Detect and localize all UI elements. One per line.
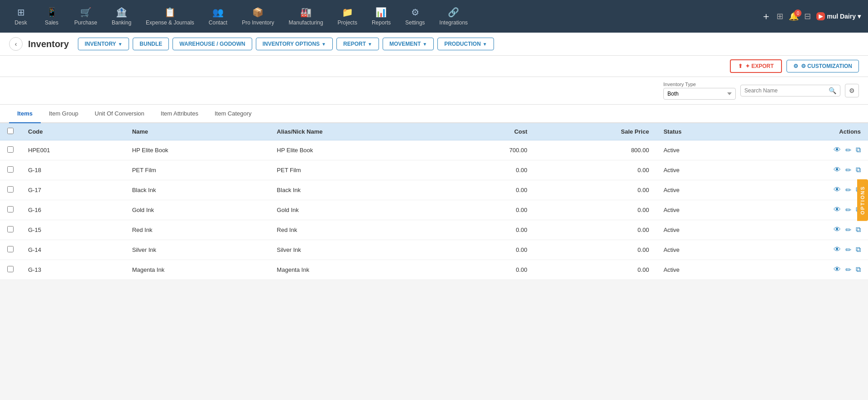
nav-purchase[interactable]: 🛒 Purchase	[69, 4, 103, 29]
report-button[interactable]: REPORT ▼	[336, 38, 379, 50]
top-navigation: ⊞ Desk 📱 Sales 🛒 Purchase 🏦 Banking 📋 Ex…	[0, 0, 868, 33]
row-checkbox-cell	[0, 160, 21, 180]
row-checkbox[interactable]	[7, 206, 14, 212]
tab-item-category[interactable]: Item Category	[206, 105, 260, 123]
edit-icon[interactable]: ✏	[845, 246, 851, 254]
production-button[interactable]: PRODUCTION ▼	[437, 38, 494, 50]
edit-icon[interactable]: ✏	[845, 186, 851, 194]
row-actions: 👁 ✏ ⧉	[749, 200, 868, 220]
page-title: Inventory	[28, 39, 69, 49]
row-checkbox[interactable]	[7, 186, 14, 193]
search-input[interactable]	[744, 87, 826, 94]
nav-reports[interactable]: 📊 Reports	[366, 4, 396, 29]
header-status: Status	[656, 123, 749, 140]
row-code: G-13	[21, 260, 125, 280]
row-checkbox[interactable]	[7, 166, 14, 173]
row-code: G-18	[21, 160, 125, 180]
view-icon[interactable]: 👁	[834, 186, 841, 194]
notification-button[interactable]: 🔔 0	[789, 11, 799, 21]
secondary-header: ⬆ ✦ EXPORT ⚙ ⚙ CUSTOMIZATION	[0, 56, 868, 77]
nav-settings[interactable]: ⚙ Settings	[400, 4, 430, 29]
search-button[interactable]: 🔍	[829, 87, 836, 94]
nav-banking[interactable]: 🏦 Banking	[106, 4, 137, 29]
inventory-type-select[interactable]: Both Product Service	[663, 88, 736, 100]
row-checkbox-cell	[0, 200, 21, 220]
nav-integrations-label: Integrations	[439, 19, 468, 26]
copy-icon[interactable]: ⧉	[856, 226, 861, 234]
copy-icon[interactable]: ⧉	[856, 166, 861, 174]
edit-icon[interactable]: ✏	[845, 265, 851, 274]
expense-icon: 📋	[164, 7, 176, 18]
tab-unit-conversion[interactable]: Unit Of Conversion	[86, 105, 153, 123]
inventory-options-arrow-icon: ▼	[321, 42, 326, 47]
row-code: G-15	[21, 220, 125, 240]
edit-icon[interactable]: ✏	[845, 146, 851, 154]
nav-expense[interactable]: 📋 Expense & Journals	[140, 4, 200, 29]
warehouse-button[interactable]: WAREHOUSE / GODOWN	[173, 38, 252, 50]
view-icon[interactable]: 👁	[834, 206, 841, 214]
view-icon[interactable]: 👁	[834, 246, 841, 254]
nav-proinventory[interactable]: 📦 Pro Inventory	[236, 4, 279, 29]
tabs-row: Items Item Group Unit Of Conversion Item…	[0, 105, 868, 123]
row-checkbox-cell	[0, 220, 21, 240]
row-checkbox[interactable]	[7, 266, 14, 272]
inventory-options-button[interactable]: INVENTORY OPTIONS ▼	[256, 38, 333, 50]
copy-icon[interactable]: ⧉	[856, 246, 861, 254]
view-icon[interactable]: 👁	[834, 226, 841, 234]
grid-button[interactable]: ⊞	[777, 11, 783, 21]
row-cost: 0.00	[442, 180, 535, 200]
table-header: Code Name Alias/Nick Name Cost Sale Pric…	[0, 123, 868, 140]
tab-items[interactable]: Items	[9, 105, 41, 123]
row-checkbox[interactable]	[7, 226, 14, 232]
nav-integrations[interactable]: 🔗 Integrations	[434, 4, 473, 29]
copy-icon[interactable]: ⧉	[856, 146, 861, 154]
movement-button-label: MOVEMENT	[389, 41, 421, 47]
production-button-label: PRODUCTION	[444, 41, 481, 47]
company-dropdown-arrow[interactable]: ▾	[858, 13, 861, 20]
nav-desk[interactable]: ⊞ Desk	[7, 4, 34, 29]
notification-badge: 0	[794, 10, 801, 17]
edit-icon[interactable]: ✏	[845, 226, 851, 234]
nav-manufacturing[interactable]: 🏭 Manufacturing	[283, 4, 329, 29]
header-buttons: INVENTORY ▼ BUNDLE WAREHOUSE / GODOWN IN…	[78, 38, 494, 50]
options-tab[interactable]: OPTIONS	[857, 179, 868, 221]
nav-contact[interactable]: 👥 Contact	[203, 4, 233, 29]
nav-sales[interactable]: 📱 Sales	[38, 4, 65, 29]
apps-button[interactable]: ⊟	[804, 11, 811, 21]
row-checkbox[interactable]	[7, 146, 14, 153]
row-status: Active	[656, 180, 749, 200]
row-status: Active	[656, 200, 749, 220]
tab-item-group[interactable]: Item Group	[41, 105, 86, 123]
row-actions: 👁 ✏ ⧉	[749, 260, 868, 280]
row-checkbox[interactable]	[7, 246, 14, 252]
back-button[interactable]: ‹	[9, 37, 23, 51]
copy-icon[interactable]: ⧉	[856, 265, 861, 274]
inventory-button-label: INVENTORY	[85, 41, 116, 47]
add-button[interactable]: ＋	[761, 10, 771, 23]
table-row: G-17 Black Ink Black Ink 0.00 0.00 Activ…	[0, 180, 868, 200]
row-alias: Red Ink	[269, 220, 441, 240]
options-tab-label: OPTIONS	[860, 186, 865, 215]
view-icon[interactable]: 👁	[834, 265, 841, 274]
inventory-button[interactable]: INVENTORY ▼	[78, 38, 129, 50]
bundle-button[interactable]: BUNDLE	[133, 38, 169, 50]
view-icon[interactable]: 👁	[834, 166, 841, 174]
row-cost: 0.00	[442, 240, 535, 260]
header-code: Code	[21, 123, 125, 140]
export-button[interactable]: ⬆ ✦ EXPORT	[730, 59, 782, 73]
settings-icon: ⚙	[411, 7, 419, 18]
row-cost: 700.00	[442, 140, 535, 160]
items-table: Code Name Alias/Nick Name Cost Sale Pric…	[0, 123, 868, 280]
customization-button[interactable]: ⚙ ⚙ CUSTOMIZATION	[786, 60, 859, 72]
row-name: Black Ink	[125, 180, 270, 200]
edit-icon[interactable]: ✏	[845, 166, 851, 174]
production-arrow-icon: ▼	[483, 42, 487, 47]
view-icon[interactable]: 👁	[834, 146, 841, 154]
row-name: Silver Ink	[125, 240, 270, 260]
movement-button[interactable]: MOVEMENT ▼	[383, 38, 434, 50]
select-all-checkbox[interactable]	[7, 128, 14, 134]
settings-gear-button[interactable]: ⚙	[845, 84, 859, 97]
edit-icon[interactable]: ✏	[845, 206, 851, 214]
tab-item-attributes[interactable]: Item Attributes	[153, 105, 206, 123]
nav-projects[interactable]: 📁 Projects	[332, 4, 363, 29]
